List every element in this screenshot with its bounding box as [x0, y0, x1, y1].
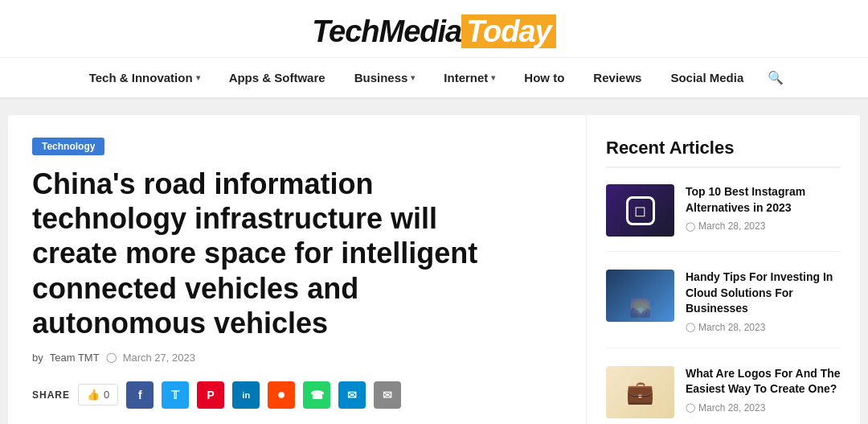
like-count: 0	[104, 389, 109, 401]
whatsapp-share-button[interactable]: ☎	[303, 381, 330, 409]
nav-item-apps-software[interactable]: Apps & Software	[215, 66, 340, 89]
clock-icon: ◯	[686, 322, 695, 332]
nav-link-howto[interactable]: How to	[510, 66, 579, 89]
reddit-share-button[interactable]: ●	[268, 381, 295, 409]
nav-search[interactable]: 🔍	[758, 70, 793, 85]
clock-icon: ◯	[106, 352, 117, 363]
logo-tech: Tech	[312, 14, 379, 48]
nav-item-internet[interactable]: Internet ▾	[429, 66, 510, 89]
desk-icon: 💼	[626, 379, 654, 405]
pinterest-share-button[interactable]: P	[197, 381, 224, 409]
recent-article-1[interactable]: ◻ Top 10 Best Instagram Alternatives in …	[606, 184, 841, 252]
recent-article-2[interactable]: 🌄 Handy Tips For Investing In Cloud Solu…	[606, 270, 841, 348]
sidebar-title: Recent Articles	[606, 138, 841, 168]
site-header: TechMediaToday	[0, 0, 868, 58]
search-icon[interactable]: 🔍	[758, 66, 793, 89]
article-date-3: ◯ March 28, 2023	[686, 402, 841, 414]
article-info-3: What Are Logos For And The Easiest Way T…	[686, 366, 841, 418]
chevron-down-icon: ▾	[196, 73, 200, 82]
instagram-icon: ◻	[626, 196, 655, 225]
category-badge[interactable]: Technology	[32, 138, 104, 155]
article-date-1: ◯ March 28, 2023	[686, 220, 841, 232]
article-info-2: Handy Tips For Investing In Cloud Soluti…	[686, 270, 841, 333]
date-text-1: March 28, 2023	[698, 220, 765, 232]
nav-item-business[interactable]: Business ▾	[340, 66, 430, 89]
thumbs-up-icon: 👍	[87, 389, 100, 401]
page-wrapper: Technology China's road information tech…	[8, 115, 860, 424]
nav-link-internet[interactable]: Internet ▾	[429, 66, 510, 89]
chevron-down-icon: ▾	[491, 73, 495, 82]
main-navigation: Tech & Innovation ▾ Apps & Software Busi…	[0, 58, 868, 99]
nav-link-tech-innovation[interactable]: Tech & Innovation ▾	[75, 66, 215, 89]
site-logo[interactable]: TechMediaToday	[312, 14, 555, 49]
logo-today: Today	[461, 14, 556, 48]
nav-item-howto[interactable]: How to	[510, 66, 579, 89]
clock-icon: ◯	[686, 221, 695, 232]
cloud-city-icon: 🌄	[629, 298, 651, 319]
nav-item-tech-innovation[interactable]: Tech & Innovation ▾	[75, 66, 215, 89]
article-thumb-1: ◻	[606, 184, 674, 237]
sidebar: Recent Articles ◻ Top 10 Best Instagram …	[587, 115, 860, 424]
author-name[interactable]: Team TMT	[50, 352, 100, 364]
nav-link-social-media[interactable]: Social Media	[656, 66, 758, 89]
recent-article-3[interactable]: 💼 What Are Logos For And The Easiest Way…	[606, 366, 841, 424]
share-label: SHARE	[32, 389, 70, 401]
nav-link-reviews[interactable]: Reviews	[579, 66, 656, 89]
main-content: Technology China's road information tech…	[8, 115, 587, 424]
article-title: China's road information technology infr…	[32, 167, 482, 340]
nav-item-social-media[interactable]: Social Media	[656, 66, 758, 89]
article-date: March 27, 2023	[123, 352, 195, 364]
share-bar: SHARE 👍 0 f 𝕋 P in ● ☎ ✉ ✉	[32, 381, 562, 409]
article-date-2: ◯ March 28, 2023	[686, 322, 841, 333]
telegram-share-button[interactable]: ✉	[338, 381, 366, 409]
facebook-share-button[interactable]: f	[126, 381, 154, 409]
logo-media: Media	[379, 14, 462, 48]
article-info-1: Top 10 Best Instagram Alternatives in 20…	[686, 184, 841, 237]
by-label: by	[32, 352, 43, 364]
recent-article-title-2[interactable]: Handy Tips For Investing In Cloud Soluti…	[686, 270, 841, 317]
nav-link-business[interactable]: Business ▾	[340, 66, 430, 89]
clock-icon: ◯	[686, 402, 695, 413]
linkedin-share-button[interactable]: in	[232, 381, 260, 409]
recent-article-title-3[interactable]: What Are Logos For And The Easiest Way T…	[686, 366, 841, 397]
nav-link-apps-software[interactable]: Apps & Software	[215, 66, 340, 89]
date-text-2: March 28, 2023	[698, 322, 765, 333]
date-text-3: March 28, 2023	[698, 402, 765, 414]
nav-item-reviews[interactable]: Reviews	[579, 66, 656, 89]
article-thumb-2: 🌄	[606, 270, 674, 322]
twitter-share-button[interactable]: 𝕋	[162, 381, 189, 409]
like-button[interactable]: 👍 0	[78, 384, 118, 405]
email-share-button[interactable]: ✉	[374, 381, 401, 409]
article-meta: by Team TMT ◯ March 27, 2023	[32, 352, 562, 364]
recent-article-title-1[interactable]: Top 10 Best Instagram Alternatives in 20…	[686, 184, 841, 216]
article-thumb-3: 💼	[606, 366, 674, 418]
chevron-down-icon: ▾	[411, 73, 415, 82]
